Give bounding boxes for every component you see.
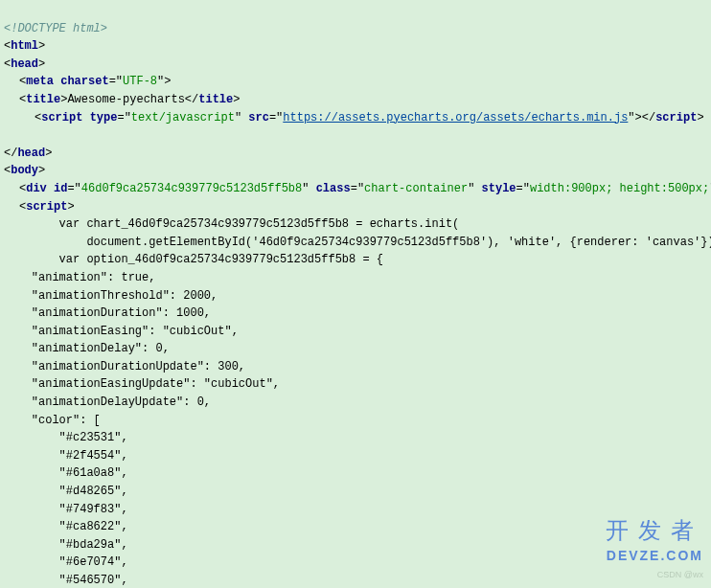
opt-easing-update: "animationEasingUpdate": "cubicOut", — [32, 377, 280, 391]
style-attr: style — [482, 182, 516, 195]
class-attr: class — [316, 182, 351, 195]
color-7: "#6e7074", — [59, 555, 128, 569]
style-val: width:900px; height:500px; — [530, 182, 709, 195]
color-4: "#749f83", — [59, 503, 128, 516]
doctype-line: <!DOCTYPE html> — [4, 22, 107, 35]
opt-animation: "animation": true, — [32, 271, 156, 284]
head-open: head — [11, 57, 38, 71]
id-val: 46d0f9ca25734c939779c5123d5ff5b8 — [81, 182, 302, 195]
meta-tag: meta — [26, 75, 54, 88]
charset-val: UTF-8 — [123, 75, 157, 88]
color-1: "#2f4554", — [59, 449, 128, 463]
js-init-2: document.getElementById('46d0f9ca25734c9… — [4, 236, 711, 249]
title-text: Awesome-pyecharts — [67, 93, 184, 106]
title-open: title — [26, 93, 60, 106]
div-open: div — [26, 182, 47, 195]
opt-duration: "animationDuration": 1000, — [32, 306, 211, 320]
src-val[interactable]: https://assets.pyecharts.org/assets/echa… — [283, 111, 628, 124]
type-attr: type — [90, 111, 118, 124]
src-attr: src — [248, 111, 269, 124]
opt-delay: "animationDelay": 0, — [32, 342, 170, 355]
class-val: chart-container — [364, 182, 468, 195]
color-6: "#bda29a", — [59, 538, 128, 552]
opt-threshold: "animationThreshold": 2000, — [32, 289, 218, 303]
color-8: "#546570", — [59, 574, 128, 587]
js-opt: var option_46d0f9ca25734c939779c5123d5ff… — [4, 253, 383, 266]
opt-color-key: "color": [ — [32, 414, 101, 427]
code-block: <!DOCTYPE html> <html> <head> <meta char… — [0, 0, 711, 588]
body-open: body — [11, 164, 38, 177]
script-open: script — [41, 111, 82, 124]
html-open: html — [11, 39, 38, 53]
script-close: script — [655, 111, 697, 124]
script2-open: script — [26, 200, 67, 214]
opt-easing: "animationEasing": "cubicOut", — [32, 325, 239, 338]
title-close: title — [198, 93, 233, 106]
opt-dur-update: "animationDurationUpdate": 300, — [32, 360, 245, 373]
color-5: "#ca8622", — [59, 520, 128, 533]
color-0: "#c23531", — [59, 431, 128, 444]
color-2: "#61a0a8", — [59, 466, 128, 480]
color-3: "#d48265", — [59, 485, 128, 498]
charset-attr: charset — [60, 75, 108, 88]
id-attr: id — [54, 182, 67, 195]
js-init-1: var chart_46d0f9ca25734c939779c5123d5ff5… — [4, 217, 459, 231]
head-close: head — [17, 147, 45, 160]
opt-delay-update: "animationDelayUpdate": 0, — [32, 396, 211, 409]
type-val: text/javascript — [131, 111, 235, 124]
